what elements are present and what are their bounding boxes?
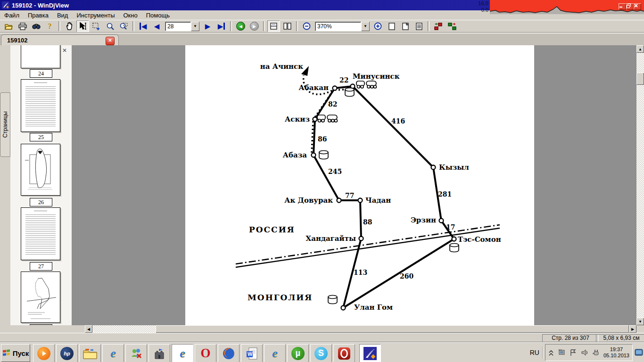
toolbar-separator — [230, 21, 232, 31]
single-page-layout-button[interactable] — [267, 20, 280, 32]
page-thumbnail-28[interactable] — [21, 272, 60, 323]
taskbar-windjview-button[interactable] — [359, 344, 381, 362]
menu-file[interactable]: Файл — [0, 11, 24, 20]
fit-page-button[interactable] — [385, 20, 398, 32]
page-thumbnail-24[interactable] — [21, 45, 60, 68]
volume-icon[interactable] — [581, 349, 588, 356]
taskbar-opera-button[interactable]: O — [195, 344, 216, 362]
city-node-khandagaity — [359, 237, 363, 241]
zoom-out-button[interactable] — [300, 20, 313, 32]
vertical-scrollbar[interactable]: ▲ ▼ — [636, 45, 644, 325]
page-number-label[interactable]: 24 — [30, 69, 52, 78]
scroll-up-button[interactable]: ▲ — [636, 45, 644, 53]
fit-height-button[interactable] — [413, 20, 425, 32]
page-number-combo[interactable]: 28 ▼ — [165, 22, 199, 31]
map-label: 86 — [318, 135, 327, 143]
next-page-button[interactable]: ▶ — [201, 20, 214, 32]
menu-edit[interactable]: Правка — [24, 11, 53, 20]
map-label: 260 — [400, 272, 413, 280]
forward-button[interactable]: ▶ — [248, 20, 261, 32]
restore-button[interactable] — [626, 3, 634, 10]
last-page-button[interactable]: ▶ — [215, 20, 228, 32]
taskbar-firefox-button[interactable] — [218, 344, 239, 362]
road-kyzyl-minusinsk — [353, 86, 433, 167]
zoom-level-combo[interactable]: 370% ▼ — [315, 22, 370, 31]
taskbar-defender-button[interactable] — [149, 344, 170, 362]
previous-page-button[interactable]: ◀ — [150, 20, 163, 32]
taskbar-skype-button[interactable]: S — [310, 344, 332, 362]
fit-width-button[interactable] — [399, 20, 412, 32]
language-indicator[interactable]: RU — [530, 349, 539, 356]
tab-close-button[interactable]: ✕ — [106, 37, 115, 45]
start-button[interactable]: Пуск — [1, 344, 30, 362]
horizontal-scrollbar-thumb[interactable] — [156, 325, 629, 333]
close-button[interactable] — [634, 3, 641, 10]
network-icon[interactable] — [558, 349, 566, 356]
panel-close-icon[interactable]: ✕ — [61, 47, 68, 54]
taskbar-ie-button[interactable]: e — [172, 344, 193, 362]
power-icon[interactable] — [592, 349, 600, 356]
scroll-left-button[interactable]: ◀ — [85, 325, 92, 333]
desktop: { "window": {"title": "159102 - WinDjVie… — [0, 0, 644, 362]
menu-tools[interactable]: Инструменты — [72, 11, 119, 20]
select-area-tool-button[interactable] — [90, 20, 103, 32]
vertical-scrollbar-thumb[interactable] — [636, 73, 644, 85]
search-icon[interactable] — [30, 20, 42, 32]
page-number-label[interactable]: 26 — [30, 198, 52, 206]
taskbar-utorrent-button[interactable]: µ — [287, 344, 309, 362]
show-desktop-icon[interactable] — [635, 348, 643, 357]
open-button[interactable] — [2, 20, 15, 32]
taskbar-word-button[interactable]: W — [241, 344, 263, 362]
sidebar-tab-pages[interactable]: Страницы — [0, 92, 10, 157]
rotate-right-button[interactable] — [446, 20, 458, 32]
map-labels: 228286245778811326017281416АбаканМинусин… — [248, 62, 501, 312]
zoom-select-tool-button[interactable] — [117, 20, 130, 32]
toolbar-separator — [132, 21, 134, 31]
scroll-right-button[interactable]: ▶ — [629, 325, 636, 333]
toolbar-separator — [263, 21, 265, 31]
tray-clock[interactable]: 19:37 05.10.2013 — [603, 346, 629, 359]
hand-tool-button[interactable] — [63, 20, 75, 32]
taskbar-folder-button[interactable] — [79, 344, 101, 362]
zoom-tool-button[interactable] — [104, 20, 116, 32]
toolbar: ? ◀ ◀ 28 ▼ ▶ ▶ ◀ ▶ 370% ▼ — [0, 20, 644, 33]
page-number-label[interactable]: 27 — [30, 262, 52, 271]
menu-help[interactable]: Помощь — [142, 11, 174, 20]
chevron-down-icon[interactable]: ▼ — [361, 22, 370, 31]
page-thumbnail-26[interactable] — [21, 144, 60, 196]
rotate-left-button[interactable] — [432, 20, 445, 32]
menu-view[interactable]: Вид — [53, 11, 73, 20]
taskbar-ie-button[interactable]: e — [102, 344, 124, 362]
zoom-in-button[interactable] — [372, 20, 384, 32]
document-tab[interactable]: 159102 ✕ — [1, 34, 119, 46]
minimize-button[interactable] — [619, 3, 626, 10]
vertical-scrollbar-track[interactable] — [636, 53, 644, 318]
page-thumbnail-25[interactable] — [21, 79, 60, 132]
page-number-value[interactable]: 28 — [165, 22, 191, 31]
taskbar-ie-button[interactable]: e — [264, 344, 286, 362]
page-number-label[interactable]: 25 — [30, 133, 52, 141]
map-label: 245 — [328, 168, 342, 175]
zoom-level-value[interactable]: 370% — [315, 22, 361, 31]
taskbar-opera-square-button[interactable] — [333, 344, 355, 362]
taskbar-messenger-button[interactable] — [125, 344, 147, 362]
help-button[interactable]: ? — [43, 20, 56, 32]
flag-icon[interactable] — [570, 349, 577, 356]
facing-pages-layout-button[interactable] — [281, 20, 294, 32]
chevron-down-icon[interactable]: ▼ — [191, 22, 199, 31]
page-thumbnail-27[interactable] — [21, 207, 60, 260]
city-node-ulan-gom — [341, 306, 346, 310]
document-view[interactable]: 228286245778811326017281416АбаканМинусин… — [72, 45, 636, 325]
first-page-button[interactable]: ◀ — [137, 20, 149, 32]
back-button[interactable]: ◀ — [234, 20, 247, 32]
print-button[interactable] — [16, 20, 29, 32]
taskbar-media-player-button[interactable] — [33, 344, 55, 362]
windjview-app-icon — [2, 1, 9, 9]
taskbar-hp-button[interactable]: hp — [56, 344, 78, 362]
select-text-tool-button[interactable] — [76, 20, 89, 32]
scroll-down-button[interactable]: ▼ — [636, 318, 644, 325]
menu-window[interactable]: Окно — [119, 11, 141, 20]
thumbnail-figure — [21, 144, 60, 195]
horizontal-scrollbar[interactable]: ◀ ▶ — [85, 325, 636, 333]
hide-icons-chevron[interactable] — [548, 349, 554, 356]
